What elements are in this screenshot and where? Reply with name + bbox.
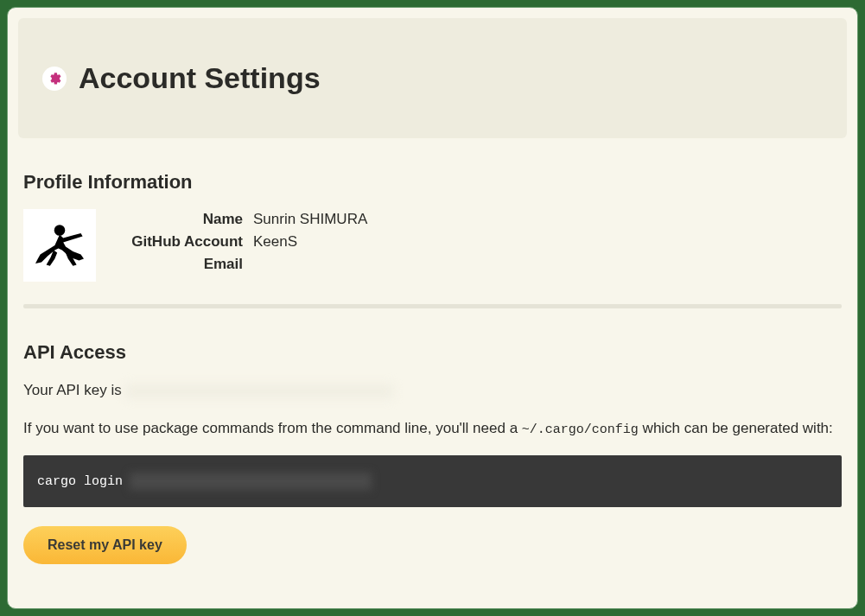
page-title: Account Settings: [79, 61, 321, 95]
code-token-redacted: [130, 473, 372, 490]
github-value: KeenS: [253, 233, 367, 251]
avatar: [23, 209, 96, 282]
page-header: Account Settings: [18, 18, 847, 138]
gear-icon: [42, 67, 67, 91]
email-label: Email: [113, 256, 243, 273]
config-path-code: ~/.cargo/config: [522, 422, 639, 437]
settings-card: Account Settings Profile Information Nam…: [7, 7, 858, 609]
content-area: Profile Information Name Sunrin SHIMURA …: [8, 171, 857, 564]
code-block: cargo login: [23, 455, 842, 507]
api-explain-line: If you want to use package commands from…: [23, 417, 842, 441]
svg-point-0: [54, 225, 66, 236]
api-explain-prefix: If you want to use package commands from…: [23, 420, 522, 436]
email-value: [253, 256, 367, 273]
reset-api-key-button[interactable]: Reset my API key: [23, 526, 187, 564]
profile-row: Name Sunrin SHIMURA GitHub Account KeenS…: [23, 209, 842, 282]
github-label: GitHub Account: [113, 233, 243, 251]
divider: [23, 304, 842, 308]
api-key-redacted: [125, 384, 393, 398]
code-command: cargo login: [37, 474, 123, 489]
profile-section-title: Profile Information: [23, 171, 842, 194]
name-value: Sunrin SHIMURA: [253, 211, 367, 228]
profile-info-grid: Name Sunrin SHIMURA GitHub Account KeenS…: [113, 209, 367, 273]
api-key-line: Your API key is: [23, 379, 842, 402]
api-key-prefix: Your API key is: [23, 382, 125, 398]
api-explain-suffix: which can be generated with:: [639, 420, 833, 436]
api-section-title: API Access: [23, 341, 842, 364]
name-label: Name: [113, 211, 243, 228]
